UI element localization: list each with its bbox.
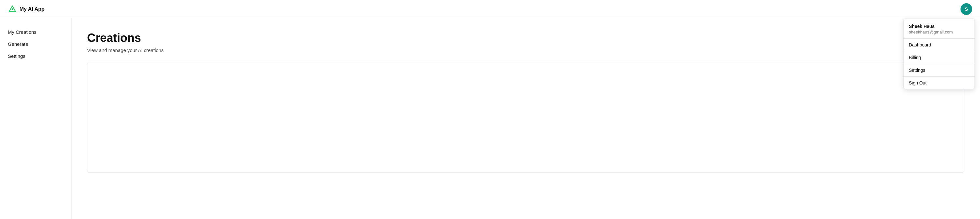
dropdown-item-settings[interactable]: Settings: [904, 64, 974, 76]
layout: My Creations Generate Settings Creations…: [0, 18, 980, 219]
main-content: Creations View and manage your AI creati…: [72, 18, 980, 219]
sidebar: My Creations Generate Settings: [0, 18, 72, 219]
svg-point-1: [12, 8, 13, 10]
brand-name: My AI App: [19, 6, 45, 12]
dropdown-item-dashboard[interactable]: Dashboard: [904, 39, 974, 51]
brand: My AI App: [8, 5, 45, 14]
sidebar-item-generate[interactable]: Generate: [0, 38, 71, 50]
dropdown-item-billing[interactable]: Billing: [904, 51, 974, 64]
dropdown-user-info: Sheek Haus sheekhaus@gmail.com: [904, 19, 974, 39]
avatar-button[interactable]: S: [961, 3, 972, 15]
content-area: [87, 62, 964, 173]
sidebar-item-my-creations[interactable]: My Creations: [0, 26, 71, 38]
dropdown-item-sign-out[interactable]: Sign Out: [904, 77, 974, 89]
sidebar-item-settings[interactable]: Settings: [0, 50, 71, 62]
topbar: My AI App S: [0, 0, 980, 18]
dropdown-user-email: sheekhaus@gmail.com: [909, 30, 969, 35]
brand-logo-icon: [8, 5, 17, 14]
dropdown-user-name: Sheek Haus: [909, 24, 969, 29]
page-subtitle: View and manage your AI creations: [87, 48, 964, 53]
page-title: Creations: [87, 31, 964, 45]
user-dropdown-menu: Sheek Haus sheekhaus@gmail.com Dashboard…: [903, 18, 975, 89]
